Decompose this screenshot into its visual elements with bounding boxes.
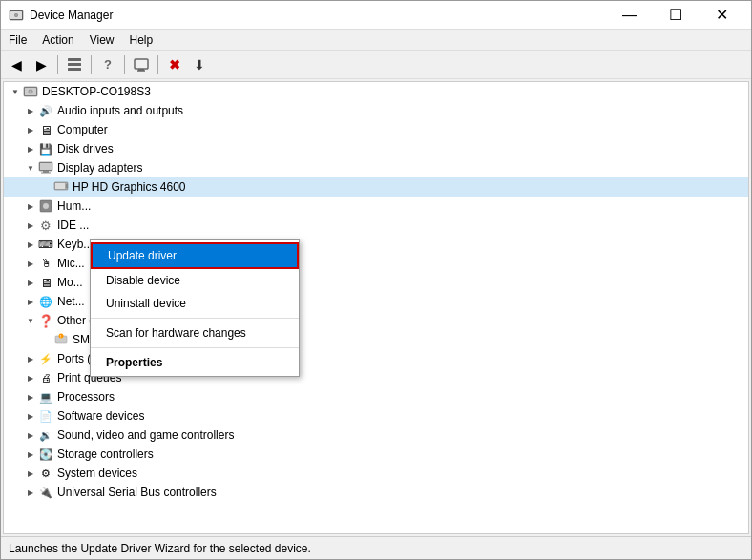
- tree-item-hum[interactable]: ▶ Hum...: [4, 197, 748, 216]
- hum-arrow: ▶: [23, 198, 38, 214]
- disk-label: Disk drives: [57, 142, 114, 156]
- menu-file[interactable]: File: [1, 30, 34, 51]
- status-text: Launches the Update Driver Wizard for th…: [9, 542, 311, 555]
- device-manager-window: Device Manager — ☐ ✕ File Action View He…: [0, 0, 752, 560]
- display-icon: [38, 160, 53, 176]
- monitors-icon: [38, 275, 53, 290]
- ctx-uninstall-device[interactable]: Uninstall device: [91, 292, 299, 315]
- tree-item-computer[interactable]: ▶ Computer: [4, 120, 748, 139]
- tree-item-display-card[interactable]: ▶ HP HD Graphics 4600: [4, 177, 748, 197]
- software-label: Software devices: [57, 409, 144, 423]
- tree-item-display[interactable]: ▼ Display adapters: [4, 158, 748, 177]
- printq-arrow: ▶: [23, 370, 38, 385]
- context-menu: Update driver Disable device Uninstall d…: [90, 239, 300, 377]
- tree-button[interactable]: [63, 53, 86, 76]
- svg-rect-5: [68, 63, 81, 66]
- root-arrow: ▼: [8, 84, 23, 99]
- toolbar-separator-3: [124, 55, 125, 74]
- window-title: Device Manager: [30, 9, 113, 22]
- sound-arrow: ▶: [23, 427, 38, 443]
- ctx-update-driver[interactable]: Update driver: [91, 242, 299, 269]
- usb-label: Universal Serial Bus controllers: [57, 486, 217, 499]
- hum-icon: [38, 198, 53, 214]
- svg-text:!: !: [60, 334, 61, 339]
- monitor-button[interactable]: [130, 53, 153, 76]
- help-button[interactable]: ?: [96, 53, 119, 76]
- ctx-properties[interactable]: Properties: [91, 351, 299, 374]
- ide-arrow: ▶: [23, 218, 38, 233]
- ctx-disable-device[interactable]: Disable device: [91, 269, 299, 292]
- tree-item-storage[interactable]: ▶ Storage controllers: [4, 445, 748, 464]
- tree-item-sound[interactable]: ▶ Sound, video and game controllers: [4, 425, 748, 445]
- smbus-icon: !: [53, 332, 69, 347]
- display-card-label: HP HD Graphics 4600: [73, 180, 186, 194]
- usb-icon: [38, 485, 53, 500]
- svg-point-3: [15, 14, 17, 16]
- storage-arrow: ▶: [23, 446, 38, 462]
- app-icon: [9, 8, 24, 23]
- usb-arrow: ▶: [23, 485, 38, 500]
- tree-item-software[interactable]: ▶ Software devices: [4, 406, 748, 425]
- audio-label: Audio inputs and outputs: [57, 104, 183, 117]
- other-icon: ❓: [38, 313, 53, 328]
- forward-button[interactable]: ▶: [30, 53, 52, 76]
- svg-rect-19: [55, 183, 65, 189]
- ide-icon: [38, 218, 53, 233]
- menu-help[interactable]: Help: [122, 30, 161, 51]
- net-arrow: ▶: [23, 294, 38, 309]
- monitors-label: Mo...: [57, 276, 83, 289]
- key-icon: [38, 237, 53, 252]
- key-label: Keyb...: [57, 238, 93, 251]
- title-bar: Device Manager — ☐ ✕: [1, 1, 751, 30]
- key-arrow: ▶: [23, 237, 38, 252]
- ctx-separator-2: [91, 347, 299, 348]
- proc-label: Processors: [57, 390, 115, 404]
- uninstall-button[interactable]: ✖: [163, 53, 186, 76]
- maximize-button[interactable]: ☐: [654, 1, 698, 30]
- scan-button[interactable]: ⬇: [188, 53, 211, 76]
- tree-item-proc[interactable]: ▶ Processors: [4, 387, 748, 406]
- disk-arrow: ▶: [23, 141, 38, 156]
- title-bar-controls: — ☐ ✕: [608, 1, 743, 30]
- display-arrow: ▼: [23, 160, 38, 176]
- content-area: ▼ DESKTOP-CO198S3 ▶ Audio inputs and out…: [1, 79, 751, 536]
- monitor-icon: [134, 57, 149, 73]
- tree-icon: [67, 57, 82, 73]
- status-bar: Launches the Update Driver Wizard for th…: [1, 536, 751, 559]
- tree-item-ide[interactable]: ▶ IDE ...: [4, 216, 748, 235]
- tree-root[interactable]: ▼ DESKTOP-CO198S3: [4, 82, 748, 101]
- menu-action[interactable]: Action: [34, 30, 81, 51]
- disk-icon: [38, 141, 53, 156]
- computer-icon: [38, 122, 53, 137]
- computer-label: Computer: [57, 123, 108, 136]
- svg-point-13: [30, 91, 32, 93]
- root-icon: [23, 84, 38, 99]
- ide-label: IDE ...: [57, 218, 89, 232]
- root-label: DESKTOP-CO198S3: [42, 85, 151, 98]
- svg-rect-7: [135, 59, 148, 69]
- ctx-scan-hardware[interactable]: Scan for hardware changes: [91, 321, 299, 344]
- tree-item-disk[interactable]: ▶ Disk drives: [4, 139, 748, 158]
- hum-label: Hum...: [57, 199, 91, 213]
- display-card-icon: [53, 179, 69, 195]
- toolbar-separator-1: [57, 55, 58, 74]
- sysdev-arrow: ▶: [23, 466, 38, 481]
- tree-item-sysdev[interactable]: ▶ System devices: [4, 464, 748, 483]
- mice-label: Mic...: [57, 257, 85, 270]
- audio-icon: [38, 103, 53, 118]
- computer-arrow: ▶: [23, 122, 38, 137]
- ports-icon: [38, 351, 53, 366]
- audio-arrow: ▶: [23, 103, 38, 118]
- net-icon: [38, 294, 53, 309]
- ports-arrow: ▶: [23, 351, 38, 366]
- close-button[interactable]: ✕: [700, 1, 743, 30]
- tree-item-usb[interactable]: ▶ Universal Serial Bus controllers: [4, 483, 748, 502]
- minimize-button[interactable]: —: [608, 1, 652, 30]
- tree-view[interactable]: ▼ DESKTOP-CO198S3 ▶ Audio inputs and out…: [3, 81, 749, 534]
- svg-point-22: [43, 203, 49, 209]
- back-button[interactable]: ◀: [5, 53, 28, 76]
- tree-item-audio[interactable]: ▶ Audio inputs and outputs: [4, 101, 748, 120]
- menu-view[interactable]: View: [82, 30, 122, 51]
- display-label: Display adapters: [57, 161, 142, 175]
- toolbar: ◀ ▶ ? ✖ ⬇: [1, 51, 751, 79]
